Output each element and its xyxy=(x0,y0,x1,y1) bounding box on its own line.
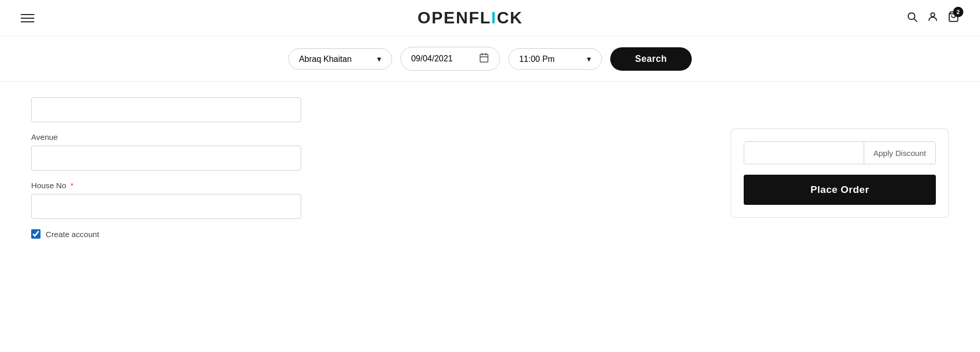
discount-input[interactable] xyxy=(744,142,864,164)
search-bar: Abraq Khaitan Kuwait City Salmiya Hawall… xyxy=(0,36,980,82)
time-chevron-icon: ▾ xyxy=(587,54,591,64)
logo: OPENFLICK xyxy=(418,8,523,28)
place-order-button[interactable]: Place Order xyxy=(744,175,936,205)
time-dropdown-wrapper[interactable]: 11:00 Am 11:00 Pm 12:00 Pm 01:00 Pm ▾ xyxy=(508,48,602,70)
svg-point-2 xyxy=(931,13,934,17)
svg-rect-4 xyxy=(480,54,488,62)
logo-highlight: I xyxy=(491,8,497,27)
location-chevron-icon: ▾ xyxy=(377,54,381,64)
avenue-label: Avenue xyxy=(31,133,301,141)
apply-discount-button[interactable]: Apply Discount xyxy=(864,142,935,164)
house-no-label: House No * xyxy=(31,181,301,190)
header-left xyxy=(21,14,34,22)
order-panel: Apply Discount Place Order xyxy=(731,128,949,218)
avenue-input[interactable] xyxy=(31,146,301,171)
location-dropdown[interactable]: Abraq Khaitan Kuwait City Salmiya Hawall… xyxy=(288,48,392,70)
form-group-top xyxy=(31,97,301,122)
required-star: * xyxy=(71,181,74,190)
middle-section xyxy=(322,97,625,239)
search-icon-button[interactable] xyxy=(906,11,918,25)
svg-line-1 xyxy=(914,19,917,21)
create-account-label[interactable]: Create account xyxy=(46,230,99,239)
header-right: 2 xyxy=(906,11,959,25)
house-no-input[interactable] xyxy=(31,194,301,219)
create-account-checkbox[interactable] xyxy=(31,229,41,239)
form-group-avenue: Avenue xyxy=(31,133,301,171)
date-picker-wrapper[interactable] xyxy=(400,47,500,71)
form-section: Avenue House No * Create account xyxy=(31,97,301,239)
cart-badge: 2 xyxy=(953,7,963,17)
hamburger-button[interactable] xyxy=(21,14,34,22)
calendar-icon xyxy=(479,53,489,65)
time-select[interactable]: 11:00 Am 11:00 Pm 12:00 Pm 01:00 Pm xyxy=(519,55,582,63)
order-section: Apply Discount Place Order xyxy=(646,97,949,239)
main-content: Avenue House No * Create account Apply D… xyxy=(0,82,980,254)
discount-row: Apply Discount xyxy=(744,141,936,164)
header: OPENFLICK 2 xyxy=(0,0,980,36)
top-input[interactable] xyxy=(31,97,301,122)
cart-wrapper: 2 xyxy=(948,11,959,25)
search-button[interactable]: Search xyxy=(610,47,692,71)
form-group-house-no: House No * xyxy=(31,181,301,219)
location-select[interactable]: Abraq Khaitan Kuwait City Salmiya Hawall… xyxy=(299,55,372,63)
create-account-row: Create account xyxy=(31,229,301,239)
date-input[interactable] xyxy=(411,54,474,63)
hamburger-icon xyxy=(21,14,34,22)
user-icon-button[interactable] xyxy=(927,11,938,25)
